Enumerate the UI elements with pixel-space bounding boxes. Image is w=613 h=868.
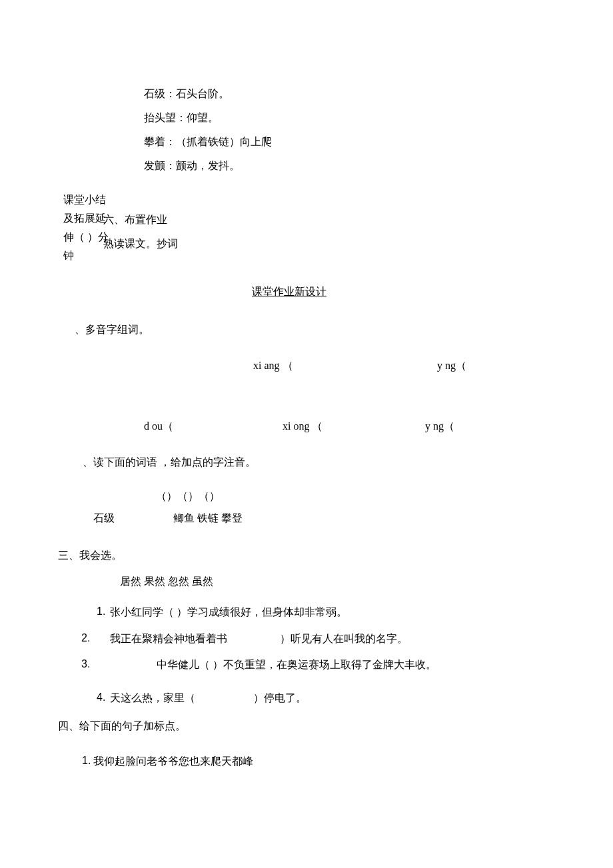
worksheet-title: 课堂作业新设计 [252,285,326,299]
summary-line: 钟 [63,246,109,265]
word-items: 鲫鱼 铁链 攀登 [173,512,243,526]
summary-line: 伸（ ）分 [63,228,109,246]
definition-line: 攀着：（抓着铁链）向上爬 [144,130,272,154]
definitions-block: 石级：石头台阶。 抬头望：仰望。 攀着：（抓着铁链）向上爬 发颤：颤动，发抖。 [144,82,272,178]
section4-header: 四、给下面的句子加标点。 [58,719,186,733]
question-text: 我正在聚精会神地看着书 [110,632,227,646]
assignment-content: 熟读课文。抄词 [103,232,178,256]
question-text: ）听见有人在叫我的名字。 [280,632,408,646]
section3-header: 三、我会选。 [58,549,122,563]
word-item: 石级 [93,512,115,526]
question-number: 2. [81,632,90,644]
question-number: 1. [82,755,91,767]
question-text: 我仰起脸问老爷爷您也来爬天都峰 [93,755,253,769]
question-number: 1. [97,606,105,618]
summary-line: 课堂小结 [63,191,109,209]
section1-header: 、多音字组词。 [75,323,149,337]
pinyin-entry: y ng（ [425,420,454,434]
definition-line: 抬头望：仰望。 [144,106,272,130]
pinyin-entry: y ng（ [437,359,466,373]
question-number: 3. [81,658,90,670]
question-text: 张小红同学（ ）学习成绩很好，但身体却非常弱。 [110,606,347,620]
question-number: 4. [97,691,105,703]
summary-line: 及拓展延 [63,209,109,228]
question-text: 天这么热，家里（ [110,691,195,705]
definition-line: 发颤：颤动，发抖。 [144,154,272,178]
parens-row: （）（）（） [156,490,220,504]
pinyin-entry: xi ang （ [253,359,293,373]
pinyin-entry: xi ong （ [283,420,322,434]
definition-line: 石级：石头台阶。 [144,82,272,106]
choice-words: 居然 果然 忽然 虽然 [120,575,213,589]
question-text: 中华健儿（ ）不负重望，在奥运赛场上取得了金牌大丰收。 [157,658,436,672]
section2-header: 、读下面的词语 ，给加点的字注音。 [83,456,256,470]
assignment-title: 六、布置作业 [103,208,178,232]
pinyin-entry: d ou（ [144,420,173,434]
assignment-block: 六、布置作业 熟读课文。抄词 [103,208,178,256]
summary-label: 课堂小结 及拓展延 伸（ ）分 钟 [63,191,109,265]
question-text: ）停电了。 [253,691,306,705]
